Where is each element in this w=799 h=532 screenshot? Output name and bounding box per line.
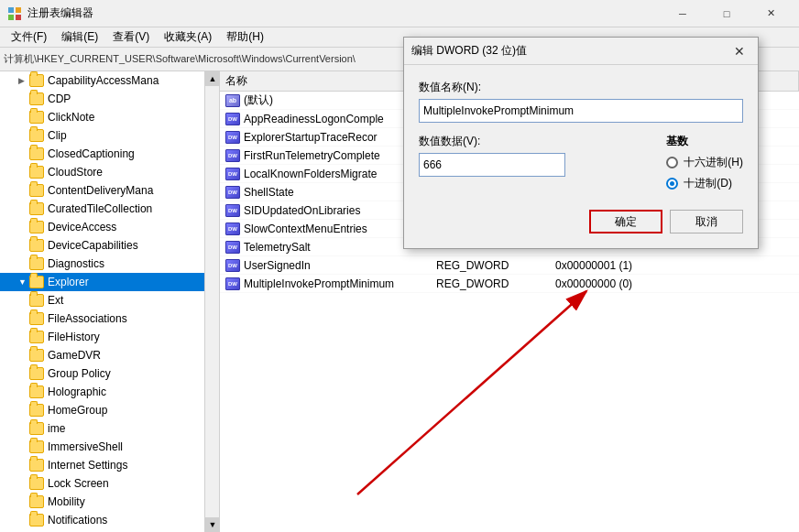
radio-hex-label: 十六进制(H) xyxy=(684,155,743,170)
list-item[interactable]: DW MultipleInvokePromptMinimum REG_DWORD… xyxy=(220,275,799,293)
folder-icon xyxy=(29,202,44,215)
tree-label: CuratedTileCollection xyxy=(48,202,152,215)
tree-item-deviceaccess[interactable]: DeviceAccess xyxy=(0,218,219,236)
svg-rect-1 xyxy=(16,7,21,13)
data-base-row: 数值数据(V): 基数 十六进制(H) 十进制(D) xyxy=(419,134,743,191)
tree-item-mobility[interactable]: Mobility xyxy=(0,493,219,511)
reg-value-icon: DW xyxy=(225,223,240,235)
folder-icon xyxy=(29,514,44,527)
tree-item-explorer[interactable]: ▼ Explorer xyxy=(0,273,219,291)
tree-label: Clip xyxy=(48,129,67,142)
radio-hex-circle xyxy=(666,157,678,168)
address-path: 计算机\HKEY_CURRENT_USER\Software\Microsoft… xyxy=(4,52,356,66)
folder-icon xyxy=(29,440,44,453)
menu-view[interactable]: 查看(V) xyxy=(105,27,157,47)
tree-scrollbar[interactable]: ▲ ▼ xyxy=(204,71,219,532)
tree-label: ImmersiveShell xyxy=(48,440,123,453)
tree-label: CloudStore xyxy=(48,166,103,179)
tree-item-fileassociations[interactable]: FileAssociations xyxy=(0,309,219,328)
svg-rect-3 xyxy=(16,15,21,20)
tree-arrow xyxy=(18,259,29,268)
tree-item-lockscreen[interactable]: Lock Screen xyxy=(0,474,219,493)
folder-icon xyxy=(29,422,44,435)
tree-item-devicecapabilities[interactable]: DeviceCapabilities xyxy=(0,236,219,255)
list-item[interactable]: DW UserSignedIn REG_DWORD 0x00000001 (1) xyxy=(220,256,799,275)
tree-item-clip[interactable]: Clip xyxy=(0,126,219,145)
tree-item-curatedtilecollection[interactable]: CuratedTileCollection xyxy=(0,200,219,218)
folder-icon xyxy=(29,276,44,288)
tree-item-internetsettings[interactable]: Internet Settings xyxy=(0,456,219,474)
tree-item-ime[interactable]: ime xyxy=(0,419,219,438)
tree-label: Notifications xyxy=(48,514,107,527)
tree-item-holographic[interactable]: Holographic xyxy=(0,383,219,401)
svg-rect-2 xyxy=(8,15,14,20)
name-label: 数值名称(N): xyxy=(419,80,743,95)
tree-label: DeviceAccess xyxy=(48,221,116,233)
tree-item-capabilityaccessmana[interactable]: ▶ CapabilityAccessMana xyxy=(0,71,219,90)
folder-icon xyxy=(29,257,44,270)
minimize-button[interactable]: ─ xyxy=(662,0,704,27)
tree-item-contentdeliverymana[interactable]: ContentDeliveryMana xyxy=(0,181,219,200)
list-item-name: TelemetrySalt xyxy=(244,241,311,254)
app-icon xyxy=(7,6,22,21)
tree-item-closedcaptioning[interactable]: ClosedCaptioning xyxy=(0,145,219,163)
close-button[interactable]: ✕ xyxy=(750,0,792,27)
tree-label: Holographic xyxy=(48,385,106,398)
tree-item-grouppolicy[interactable]: Group Policy xyxy=(0,364,219,383)
tree-label: Mobility xyxy=(48,495,85,508)
radio-decimal-label: 十进制(D) xyxy=(684,176,732,191)
tree-label: FileHistory xyxy=(48,331,100,343)
data-section: 数值数据(V): xyxy=(419,134,644,177)
tree-item-homegroup[interactable]: HomeGroup xyxy=(0,401,219,419)
tree-item-gamedvr[interactable]: GameDVR xyxy=(0,346,219,364)
tree-label: Ext xyxy=(48,294,63,307)
tree-arrow xyxy=(18,442,29,451)
dialog-close-button[interactable]: ✕ xyxy=(728,40,750,62)
tree-item-clicknote[interactable]: ClickNote xyxy=(0,108,219,126)
radio-hex[interactable]: 十六进制(H) xyxy=(666,155,743,170)
col-name[interactable]: 名称 xyxy=(220,71,431,91)
tree-arrow xyxy=(18,168,29,177)
list-item-name: SIDUpdatedOnLibraries xyxy=(244,204,360,217)
tree-arrow xyxy=(18,387,29,396)
menu-help[interactable]: 帮助(H) xyxy=(219,27,271,47)
name-input[interactable] xyxy=(419,99,743,123)
reg-value-icon: DW xyxy=(225,168,240,180)
dialog-buttons: 确定 取消 xyxy=(419,206,743,233)
list-item-name: (默认) xyxy=(244,92,273,108)
dialog-title-text: 编辑 DWORD (32 位)值 xyxy=(411,43,728,59)
tree-item-cloudstore[interactable]: CloudStore xyxy=(0,163,219,181)
menu-edit[interactable]: 编辑(E) xyxy=(54,27,105,47)
tree-label: CapabilityAccessMana xyxy=(48,74,159,87)
tree-arrow xyxy=(18,351,29,360)
svg-rect-0 xyxy=(8,7,14,13)
tree-arrow xyxy=(18,461,29,470)
tree-item-filehistory[interactable]: FileHistory xyxy=(0,328,219,346)
tree-item-diagnostics[interactable]: Diagnostics xyxy=(0,255,219,273)
ok-button[interactable]: 确定 xyxy=(589,210,662,233)
tree-arrow: ▶ xyxy=(18,76,29,85)
tree-label: HomeGroup xyxy=(48,404,107,417)
tree-label: Lock Screen xyxy=(48,477,109,490)
window-title: 注册表编辑器 xyxy=(27,5,662,21)
tree-label: GameDVR xyxy=(48,349,101,362)
reg-value-icon: DW xyxy=(225,113,240,125)
menu-favorites[interactable]: 收藏夹(A) xyxy=(157,27,219,47)
tree-item-immersiveshell[interactable]: ImmersiveShell xyxy=(0,438,219,456)
list-item-name: AppReadinessLogonComple xyxy=(244,113,384,125)
tree-arrow xyxy=(18,369,29,378)
data-input[interactable] xyxy=(419,153,565,177)
list-item-name: UserSignedIn xyxy=(244,259,311,272)
reg-value-icon: DW xyxy=(225,241,240,254)
radio-decimal[interactable]: 十进制(D) xyxy=(666,176,743,191)
maximize-button[interactable]: □ xyxy=(706,0,748,27)
radio-decimal-circle xyxy=(666,178,678,190)
folder-icon xyxy=(29,459,44,472)
tree-item-ext[interactable]: Ext xyxy=(0,291,219,309)
menu-file[interactable]: 文件(F) xyxy=(4,27,54,47)
tree-item-cdp[interactable]: CDP xyxy=(0,90,219,108)
tree-item-notifications[interactable]: Notifications xyxy=(0,511,219,529)
reg-value-icon: DW xyxy=(225,149,240,162)
base-group: 基数 十六进制(H) 十进制(D) xyxy=(659,134,743,191)
cancel-button[interactable]: 取消 xyxy=(670,210,743,233)
